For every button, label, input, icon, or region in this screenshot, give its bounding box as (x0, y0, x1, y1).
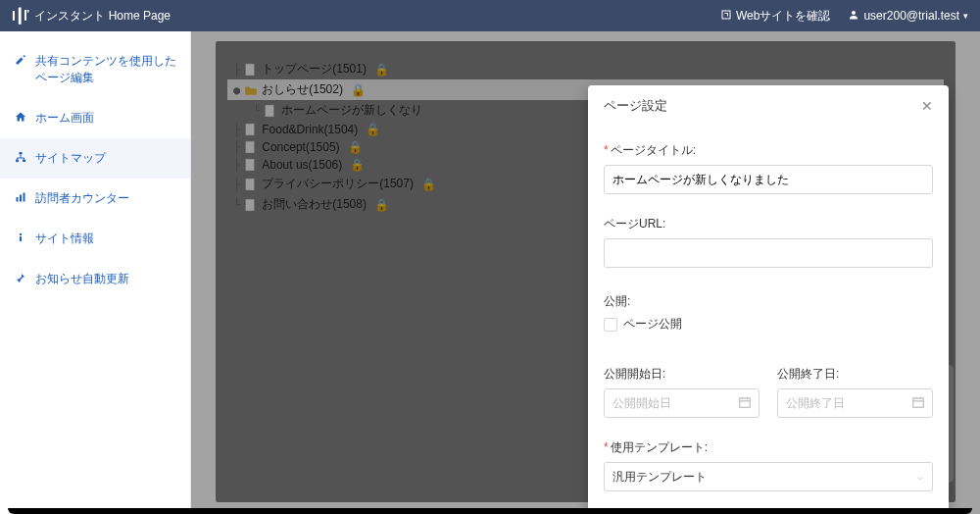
svg-point-1 (852, 11, 856, 15)
svg-rect-0 (722, 11, 730, 19)
sitemap-icon (14, 151, 27, 163)
sidebar-item-visitor-counter[interactable]: 訪問者カウンター (0, 179, 190, 219)
svg-rect-6 (20, 195, 22, 202)
svg-rect-18 (913, 398, 924, 407)
check-website-label: Webサイトを確認 (736, 8, 830, 25)
sidebar-item-label: サイト情報 (35, 231, 94, 247)
svg-rect-17 (740, 398, 751, 407)
start-date-label: 公開開始日: (604, 366, 760, 383)
caret-down-icon: ▾ (963, 11, 968, 21)
svg-rect-8 (20, 236, 22, 241)
sidebar-item-label: 共有コンテンツを使用したページ編集 (35, 53, 176, 86)
sidebar-item-label: ホーム画面 (35, 110, 94, 127)
chevron-down-icon: ⌵ (917, 471, 923, 482)
page-url-input[interactable] (604, 238, 933, 268)
publish-checkbox[interactable] (604, 318, 617, 332)
sidebar-item-label: 訪問者カウンター (35, 190, 129, 207)
sidebar-item-home[interactable]: ホーム画面 (0, 98, 190, 138)
window-bottom-edge (8, 508, 972, 514)
user-label: user200@trial.test (863, 9, 959, 23)
svg-rect-7 (24, 193, 25, 202)
modal-title: ページ設定 (604, 97, 921, 115)
publish-checkbox-row[interactable]: ページ公開 (604, 316, 933, 333)
template-select[interactable] (604, 462, 933, 491)
template-label: *使用テンプレート: (604, 439, 933, 456)
check-website-link[interactable]: Webサイトを確認 (720, 8, 830, 25)
topbar: I┃ľ インスタント Home Page Webサイトを確認 user200@t… (0, 0, 980, 31)
end-date-input[interactable] (777, 388, 933, 418)
page-title-input[interactable] (604, 165, 933, 194)
chart-icon (14, 191, 27, 203)
sidebar-item-sitemap[interactable]: サイトマップ (0, 138, 190, 179)
modal-header: ページ設定 ✕ (588, 85, 949, 125)
publish-checkbox-label: ページ公開 (623, 316, 682, 333)
brand-title: インスタント Home Page (34, 8, 171, 25)
sidebar: 共有コンテンツを使用したページ編集 ホーム画面 サイトマップ 訪問者カウンター … (0, 31, 191, 514)
svg-rect-5 (17, 197, 19, 202)
info-icon (14, 231, 27, 243)
brand-logo-icon: I┃ľ (12, 8, 28, 24)
sidebar-item-label: サイトマップ (35, 150, 106, 167)
user-icon (848, 9, 859, 24)
sidebar-item-label: お知らせ自動更新 (35, 271, 129, 287)
sidebar-item-shared-content-edit[interactable]: 共有コンテンツを使用したページ編集 (0, 41, 190, 98)
end-date-label: 公開終了日: (777, 366, 933, 383)
main-area: ├ トップページ(1501) 🔒 ● おしらせ(1502) 🔒 └ (191, 31, 980, 514)
page-settings-modal: ページ設定 ✕ *ページタイトル: ページURL: 公開: ページ公開 (588, 85, 949, 514)
external-link-icon (720, 9, 732, 24)
close-icon[interactable]: ✕ (921, 98, 933, 114)
page-title-label: *ページタイトル: (604, 142, 933, 159)
svg-rect-2 (20, 152, 23, 155)
calendar-icon[interactable] (911, 395, 925, 412)
sidebar-item-news-auto-update[interactable]: お知らせ自動更新 (0, 259, 190, 299)
pin-icon (14, 272, 27, 283)
modal-body: *ページタイトル: ページURL: 公開: ページ公開 公開開始日: (588, 125, 949, 514)
svg-rect-4 (23, 160, 25, 163)
brand: I┃ľ インスタント Home Page (12, 8, 171, 25)
calendar-icon[interactable] (738, 395, 752, 412)
page-url-label: ページURL: (604, 216, 933, 232)
publish-label: 公開: (604, 293, 933, 310)
start-date-input[interactable] (604, 388, 760, 418)
svg-rect-3 (16, 160, 19, 163)
edit-icon (14, 54, 27, 66)
sidebar-item-site-info[interactable]: サイト情報 (0, 219, 190, 259)
svg-rect-9 (20, 233, 22, 235)
home-icon (14, 111, 27, 123)
user-menu[interactable]: user200@trial.test ▾ (848, 9, 968, 24)
